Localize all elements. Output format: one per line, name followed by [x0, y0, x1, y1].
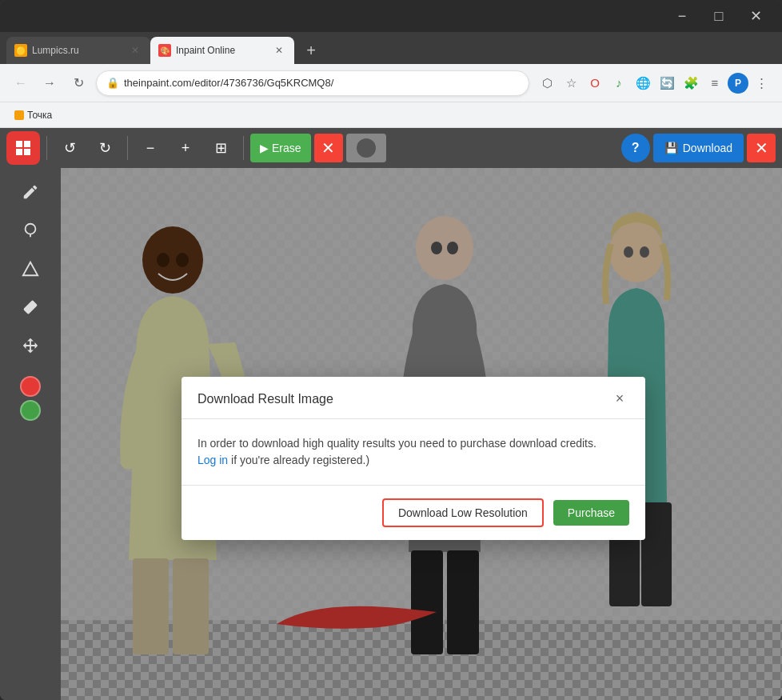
zoom-out-button[interactable]: −	[134, 132, 166, 164]
dialog-login-suffix: if you're already registered.)	[231, 454, 369, 466]
bookmark-icon[interactable]: ☆	[560, 72, 582, 94]
canvas-area[interactable]: Download Result Image × In order to down…	[61, 168, 782, 700]
title-bar: − □ ✕	[0, 0, 782, 32]
browser-actions: ⬡ ☆ O ♪ 🌐 🔄 🧩 ≡ P ⋮	[536, 72, 772, 94]
dialog-body: In order to download high quality result…	[182, 419, 645, 485]
url-text: theinpaint.com/editor/4736736/Gq5KRCMQ8/	[124, 77, 519, 89]
dialog-overlay: Download Result Image × In order to down…	[61, 168, 782, 700]
dialog-title: Download Result Image	[197, 392, 333, 406]
translate-icon[interactable]: ⬡	[536, 72, 558, 94]
brush-size-slider[interactable]	[346, 134, 386, 162]
zoom-in-button[interactable]: +	[170, 132, 201, 164]
purchase-button[interactable]: Purchase	[553, 500, 629, 526]
login-link[interactable]: Log in	[197, 454, 228, 466]
logo-icon	[6, 131, 40, 165]
dialog-close-button[interactable]: ×	[610, 390, 629, 409]
toolbar-sep-3	[243, 136, 244, 160]
download-main-label: Download	[683, 142, 732, 154]
erase-icon: ▶	[260, 142, 269, 154]
refresh-button[interactable]: ↻	[67, 72, 90, 94]
color-red-circle[interactable]	[20, 376, 41, 397]
window-controls: − □ ✕	[664, 4, 774, 28]
profile-menu-icon[interactable]: ≡	[704, 72, 726, 94]
sync-icon[interactable]: 🔄	[656, 72, 678, 94]
editor-content: Download Result Image × In order to down…	[0, 168, 782, 700]
editor-area: ↺ ↻ − + ⊞ ▶ Erase ✕ ? 💾 Download ✕	[0, 128, 782, 700]
editor-toolbar: ↺ ↻ − + ⊞ ▶ Erase ✕ ? 💾 Download ✕	[0, 128, 782, 168]
bookmark-favicon	[14, 110, 24, 120]
tab-bar: 🟡 Lumpics.ru ✕ 🎨 Inpaint Online ✕ +	[0, 32, 782, 64]
browser-frame: − □ ✕ 🟡 Lumpics.ru ✕ 🎨 Inpaint Online ✕ …	[0, 0, 782, 700]
vpn-icon[interactable]: 🌐	[632, 72, 654, 94]
lasso-tool[interactable]	[13, 213, 48, 248]
dialog-footer: Download Low Resolution Purchase	[182, 485, 645, 540]
download-low-resolution-button[interactable]: Download Low Resolution	[382, 498, 544, 527]
tab-close-inpaint[interactable]: ✕	[272, 43, 286, 58]
bookmark-tochka[interactable]: Точка	[8, 106, 58, 125]
help-button[interactable]: ?	[621, 134, 650, 162]
tab-title-inpaint: Inpaint Online	[176, 45, 267, 56]
left-sidebar	[0, 168, 61, 700]
lock-icon: 🔒	[106, 77, 119, 89]
back-button[interactable]: ←	[10, 72, 32, 94]
tab-lumpics[interactable]: 🟡 Lumpics.ru ✕	[6, 37, 150, 64]
new-tab-button[interactable]: +	[297, 37, 325, 64]
erase-label: Erase	[272, 142, 301, 154]
download-dialog: Download Result Image × In order to down…	[182, 377, 645, 540]
tab-title-lumpics: Lumpics.ru	[32, 45, 123, 56]
bookmark-label: Точка	[27, 110, 52, 121]
brush-tool[interactable]	[13, 174, 48, 210]
svg-point-0	[26, 224, 36, 234]
svg-marker-1	[23, 262, 38, 276]
tab-favicon-inpaint: 🎨	[158, 44, 171, 57]
dialog-body-text: In order to download high quality result…	[197, 435, 629, 469]
toolbar-sep-1	[46, 136, 47, 160]
tab-close-lumpics[interactable]: ✕	[128, 43, 142, 58]
erase-button[interactable]: ▶ Erase	[250, 134, 311, 162]
color-green-circle[interactable]	[20, 400, 41, 421]
save-icon: 💾	[664, 142, 678, 154]
profile-avatar[interactable]: P	[728, 73, 748, 94]
polygon-tool[interactable]	[13, 251, 48, 286]
close-button[interactable]: ✕	[737, 4, 774, 28]
move-tool[interactable]	[13, 328, 48, 363]
download-main-button[interactable]: 💾 Download	[653, 134, 744, 162]
dialog-main-text: In order to download high quality result…	[197, 437, 596, 450]
bookmarks-bar: Точка	[0, 102, 782, 128]
extensions-icon[interactable]: 🧩	[680, 72, 702, 94]
tab-inpaint[interactable]: 🎨 Inpaint Online ✕	[150, 37, 294, 64]
minimize-button[interactable]: −	[664, 4, 700, 28]
opera-icon[interactable]: O	[584, 72, 606, 94]
undo-button[interactable]: ↺	[54, 132, 86, 164]
toolbar-sep-2	[127, 136, 128, 160]
menu-icon[interactable]: ⋮	[750, 72, 772, 94]
url-bar[interactable]: 🔒 theinpaint.com/editor/4736736/Gq5KRCMQ…	[96, 70, 529, 96]
music-icon[interactable]: ♪	[608, 72, 630, 94]
maximize-button[interactable]: □	[700, 4, 737, 28]
grid-button[interactable]: ⊞	[205, 132, 237, 164]
tab-favicon-lumpics: 🟡	[14, 44, 27, 57]
address-bar: ← → ↻ 🔒 theinpaint.com/editor/4736736/Gq…	[0, 64, 782, 102]
forward-button[interactable]: →	[38, 72, 61, 94]
eraser-tool[interactable]	[13, 290, 48, 325]
dialog-header: Download Result Image ×	[182, 377, 645, 419]
close-main-button[interactable]: ✕	[747, 134, 776, 162]
redo-button[interactable]: ↻	[89, 132, 121, 164]
cancel-tool-button[interactable]: ✕	[314, 134, 343, 162]
